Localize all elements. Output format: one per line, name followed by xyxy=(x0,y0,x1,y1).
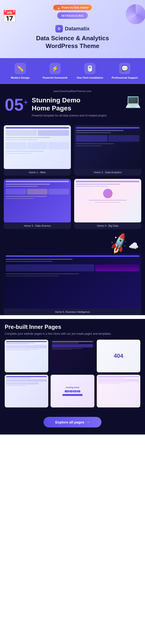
main-title: Data Science & Analytics WordPress Theme xyxy=(7,34,138,50)
home-card-4: Home 4 - Big Data xyxy=(74,179,141,229)
home-preview-2 xyxy=(74,125,141,169)
brand-logo: D Datamatix xyxy=(7,25,138,32)
features-section: ✏️ Modern Design ⚡ Powerful framework 🖱️… xyxy=(0,58,145,84)
inner-pages-grid: 404 Coming Soon 125 xyxy=(5,340,140,408)
home-card-3: Home 3 - Data Science xyxy=(4,179,71,229)
timer-ms: 32 xyxy=(77,390,80,392)
powerful-framework-icon: ⚡ xyxy=(50,63,61,74)
demo-subtext: Powerful template for all data science a… xyxy=(32,114,140,118)
home-card-5: Home 5- Business Intelligence xyxy=(4,254,141,315)
header-decor-right xyxy=(124,2,145,26)
explore-button-icon: → xyxy=(86,420,90,424)
timer-hours: 125 xyxy=(65,390,69,392)
header-section: 📅 🔥 Power by Elite Author INTRODUCING D … xyxy=(0,0,145,58)
inner-pages-title: Pre-built Inner Pages xyxy=(5,324,140,330)
inner-page-pastel xyxy=(97,375,140,408)
home-preview-3 xyxy=(4,179,71,222)
feature-professional-support: 💬 Professional Support xyxy=(108,63,141,79)
home-label-5: Home 5- Business Intelligence xyxy=(4,308,141,315)
modern-design-icon: ✏️ xyxy=(14,63,26,74)
homes-grid: Home 1 - Main Home 2 - Data Analytics xyxy=(0,122,145,233)
feature-powerful-framework: ⚡ Powerful framework xyxy=(38,63,72,79)
cloud-decor: ☁️ xyxy=(128,241,139,251)
inner-preview-about xyxy=(5,340,48,372)
home5-area: 🚀 ☁️ Home 5- Business Intelligence xyxy=(0,233,145,315)
demo-heading: Stunning Demo Home Pages xyxy=(32,96,140,112)
home-card-1: Home 1 - Main xyxy=(4,125,71,175)
home-preview-4 xyxy=(74,179,141,222)
laptop-decor: 💻 xyxy=(125,94,141,109)
brand-icon: D xyxy=(55,25,63,32)
inner-preview-contact xyxy=(5,375,48,408)
home-preview-1 xyxy=(4,125,71,169)
home-label-2: Home 2 - Data Analytics xyxy=(74,169,141,176)
inner-page-404: 404 xyxy=(97,340,140,372)
inner-page-contact xyxy=(5,375,48,408)
feature-one-click: 🖱️ One Click Installation xyxy=(74,63,106,79)
demo-title-block: Stunning Demo Home Pages Powerful templa… xyxy=(32,96,140,118)
inner-preview-dark xyxy=(50,340,94,372)
timer-seconds: 48 xyxy=(73,390,76,392)
professional-support-icon: 💬 xyxy=(119,63,130,74)
inner-pages-section: Pre-built Inner Pages Complete your webs… xyxy=(0,319,145,411)
demo-url: www.DownloadNewThemes.com xyxy=(5,90,140,92)
one-click-icon: 🖱️ xyxy=(84,63,96,74)
header-decor-left: 📅 xyxy=(0,7,19,26)
inner-page-dark xyxy=(50,340,94,372)
explore-all-pages-button[interactable]: Explore all pages → xyxy=(44,417,102,428)
inner-preview-pastel xyxy=(97,375,140,408)
inner-preview-404: 404 xyxy=(97,340,140,372)
home-label-1: Home 1 - Main xyxy=(4,169,71,176)
inner-page-about xyxy=(5,340,48,372)
home-card-2: Home 2 - Data Analytics xyxy=(74,125,141,175)
header-center: 🔥 Power by Elite Author INTRODUCING D Da… xyxy=(7,5,138,50)
elite-badge: 🔥 Power by Elite Author xyxy=(53,5,92,10)
explore-section: Explore all pages → xyxy=(0,411,145,434)
inner-page-coming-soon: Coming Soon 125 15 48 32 xyxy=(50,375,94,408)
rocket-decor: 🚀 xyxy=(107,232,131,255)
explore-button-label: Explore all pages xyxy=(55,420,84,424)
demo-number: 05+ xyxy=(5,96,28,113)
coming-soon-content: Coming Soon 125 15 48 32 xyxy=(50,375,94,408)
feature-modern-design: ✏️ Modern Design xyxy=(4,63,37,79)
brand-name: Datamatix xyxy=(65,26,90,32)
introducing-badge: INTRODUCING xyxy=(57,12,88,19)
home-label-4: Home 4 - Big Data xyxy=(74,222,141,229)
404-text: 404 xyxy=(97,340,140,372)
demo-hero: 05+ Stunning Demo Home Pages Powerful te… xyxy=(5,96,140,118)
home-preview-5 xyxy=(4,254,141,308)
demo-section: www.DownloadNewThemes.com 💻 05+ Stunning… xyxy=(0,84,145,122)
timer-minutes: 15 xyxy=(70,390,73,392)
home-label-3: Home 3 - Data Science xyxy=(4,222,71,229)
inner-pages-subtitle: Complete your website pages in a few cli… xyxy=(5,332,140,336)
inner-preview-coming: Coming Soon 125 15 48 32 xyxy=(50,375,94,408)
